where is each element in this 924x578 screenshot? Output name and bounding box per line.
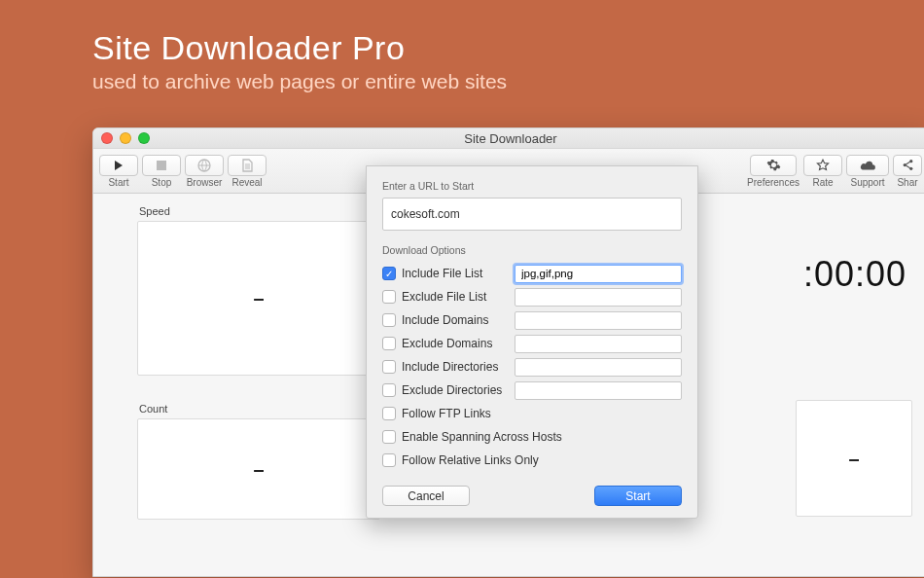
option-row: Enable Spanning Across Hosts (382, 425, 682, 449)
play-icon (114, 160, 124, 171)
option-row: Follow FTP Links (382, 402, 682, 425)
option-label: Enable Spanning Across Hosts (402, 430, 682, 444)
option-checkbox[interactable] (382, 430, 396, 444)
count-value: – (253, 458, 264, 481)
option-checkbox[interactable] (382, 407, 396, 420)
right-value: – (848, 448, 859, 470)
preferences-button[interactable]: Preferences (747, 155, 800, 188)
rate-button[interactable]: Rate (803, 155, 842, 188)
reveal-label: Reveal (231, 177, 262, 188)
option-input[interactable] (515, 381, 682, 400)
option-row: Include Directories (382, 355, 682, 379)
share-icon (902, 159, 914, 171)
option-checkbox[interactable] (382, 383, 396, 397)
start-dialog: Enter a URL to Start Download Options ✓I… (366, 165, 698, 519)
speed-panel: – (137, 221, 380, 376)
stop-icon (157, 161, 166, 170)
start-label: Start (108, 177, 128, 188)
option-checkbox[interactable] (382, 337, 396, 350)
option-input[interactable] (515, 335, 682, 353)
option-input[interactable] (515, 265, 682, 283)
gear-icon (766, 158, 781, 172)
globe-icon (197, 159, 211, 172)
option-input[interactable] (515, 311, 682, 330)
browser-button[interactable]: Browser (185, 155, 224, 188)
speed-label: Speed (139, 205, 380, 217)
stop-button[interactable]: Stop (142, 155, 181, 188)
count-panel: – (137, 418, 380, 520)
close-window-button[interactable] (101, 132, 113, 144)
traffic-lights (101, 132, 150, 144)
document-icon (242, 159, 253, 172)
star-icon (816, 159, 830, 172)
option-label: Exclude Domains (402, 337, 509, 350)
start-dialog-button[interactable]: Start (594, 486, 682, 506)
cancel-button[interactable]: Cancel (382, 486, 470, 506)
option-input[interactable] (515, 288, 682, 307)
right-panel: – (796, 400, 912, 517)
rate-label: Rate (812, 177, 833, 188)
share-button[interactable]: Shar (893, 155, 922, 188)
option-row: Exclude Domains (382, 332, 682, 355)
share-label: Shar (897, 177, 917, 188)
promo-subtitle: used to archive web pages or entire web … (92, 70, 507, 93)
preferences-label: Preferences (747, 177, 800, 188)
option-row: ✓Include File List (382, 262, 682, 285)
reveal-button[interactable]: Reveal (228, 155, 267, 188)
option-row: Follow Relative Links Only (382, 449, 682, 472)
option-checkbox[interactable] (382, 290, 396, 304)
support-label: Support (850, 177, 884, 188)
option-row: Exclude File List (382, 285, 682, 308)
zoom-window-button[interactable] (138, 132, 150, 144)
option-row: Exclude Directories (382, 379, 682, 402)
option-input[interactable] (515, 358, 682, 377)
option-label: Include Directories (402, 360, 509, 374)
window-title: Site Downloader (464, 131, 556, 146)
options-section-label: Download Options (382, 244, 682, 256)
svg-rect-0 (157, 161, 166, 170)
option-label: Follow Relative Links Only (402, 453, 682, 467)
minimize-window-button[interactable] (120, 132, 131, 144)
option-label: Include File List (402, 267, 509, 280)
titlebar: Site Downloader (93, 128, 924, 149)
promo-title: Site Downloader Pro (92, 29, 405, 67)
browser-label: Browser (187, 177, 223, 188)
url-input[interactable] (382, 198, 682, 231)
cloud-icon (859, 160, 876, 171)
option-checkbox[interactable] (382, 453, 396, 467)
speed-value: – (253, 287, 264, 309)
option-checkbox[interactable]: ✓ (382, 267, 396, 280)
option-label: Follow FTP Links (402, 407, 682, 420)
option-label: Exclude File List (402, 290, 509, 304)
option-checkbox[interactable] (382, 313, 396, 327)
support-button[interactable]: Support (846, 155, 889, 188)
count-label: Count (139, 403, 380, 415)
option-label: Exclude Directories (402, 383, 509, 397)
url-section-label: Enter a URL to Start (382, 180, 682, 192)
option-row: Include Domains (382, 308, 682, 332)
option-checkbox[interactable] (382, 360, 396, 374)
stop-label: Stop (152, 177, 172, 188)
start-button[interactable]: Start (99, 155, 138, 188)
option-label: Include Domains (402, 313, 509, 327)
